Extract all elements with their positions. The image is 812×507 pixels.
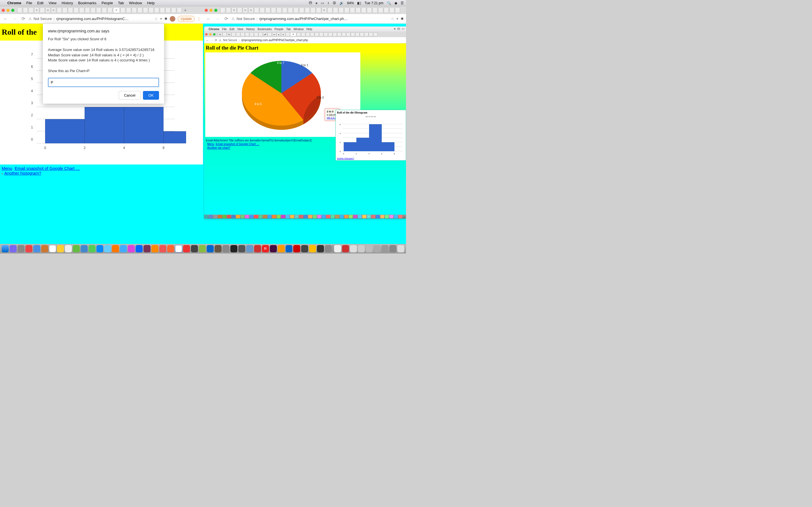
back-button[interactable]: ← — [205, 16, 212, 21]
dock-app-icon[interactable] — [246, 245, 253, 252]
dock-app-icon[interactable] — [17, 245, 24, 252]
dock-app-icon[interactable] — [112, 245, 119, 252]
dock-app-icon[interactable] — [317, 245, 324, 252]
dock-app-icon[interactable] — [26, 245, 33, 252]
dock-app-icon[interactable] — [222, 245, 230, 252]
dock-app-icon[interactable] — [309, 245, 316, 252]
tab[interactable] — [254, 7, 259, 13]
dock-app-icon[interactable] — [96, 245, 103, 252]
tab[interactable] — [316, 7, 321, 13]
dock-app-icon[interactable] — [10, 245, 17, 252]
tab[interactable] — [310, 7, 315, 13]
tab[interactable] — [356, 7, 361, 13]
histogram-bar[interactable] — [124, 107, 163, 144]
tab[interactable] — [294, 7, 299, 13]
tab[interactable] — [327, 7, 333, 13]
tab[interactable]: G — [322, 7, 327, 13]
tab[interactable] — [107, 7, 112, 13]
dock-app-icon[interactable] — [238, 245, 245, 252]
tab[interactable] — [220, 7, 225, 13]
terminal-icon[interactable] — [231, 245, 238, 252]
back-button[interactable]: ← — [2, 16, 9, 21]
settings-icon[interactable] — [325, 245, 332, 252]
tab[interactable] — [79, 7, 84, 13]
tab[interactable]: G — [45, 7, 50, 13]
dock-stack-icon[interactable] — [373, 245, 380, 252]
dock-app-icon[interactable] — [151, 245, 158, 252]
siri-icon[interactable]: ◉ — [395, 1, 397, 5]
tab[interactable] — [143, 7, 148, 13]
dock-stack-icon[interactable] — [366, 245, 373, 252]
url-field[interactable]: ⚠ Not Secure | rjmprogramming.com.au/PHP… — [29, 17, 152, 21]
menu-edit[interactable]: Edit — [37, 1, 43, 5]
tab[interactable] — [96, 7, 101, 13]
dock-app-icon[interactable] — [214, 245, 221, 252]
appstore-icon[interactable] — [136, 245, 143, 252]
tab[interactable] — [282, 7, 287, 13]
dock-stack-icon[interactable] — [342, 245, 349, 252]
prompt-input[interactable] — [48, 78, 159, 87]
forward-button[interactable]: → — [11, 16, 18, 21]
tab[interactable] — [154, 7, 159, 13]
screen-icon[interactable]: ▭ — [321, 1, 324, 5]
dock-app-icon[interactable] — [301, 245, 308, 252]
zoom-window-icon[interactable] — [11, 9, 14, 12]
tab[interactable] — [339, 7, 344, 13]
tab[interactable] — [271, 7, 276, 13]
opera-icon[interactable] — [183, 245, 190, 252]
dock-app-icon[interactable] — [120, 245, 127, 252]
menu-dots-icon[interactable]: ⋮ — [197, 17, 201, 21]
menu-window[interactable]: Window — [129, 1, 142, 5]
tab[interactable] — [120, 7, 125, 13]
firefox-icon[interactable] — [167, 245, 174, 252]
status-icon[interactable]: ⓜ — [309, 1, 312, 5]
app-name[interactable]: Chrome — [7, 1, 21, 5]
tab[interactable] — [344, 7, 349, 13]
bookmark-star-icon[interactable]: ☆ — [391, 17, 394, 21]
dock-app-icon[interactable] — [41, 245, 48, 252]
tab[interactable] — [226, 7, 231, 13]
tab[interactable] — [132, 7, 137, 13]
tab[interactable] — [68, 7, 73, 13]
tab[interactable] — [378, 7, 383, 13]
xd-icon[interactable] — [270, 245, 277, 252]
reload-button[interactable]: ⟳ — [223, 16, 229, 21]
email-snapshot-link[interactable]: Email snapshot of Google Chart … — [15, 166, 80, 171]
calendar-icon[interactable] — [49, 245, 56, 252]
wifi-icon[interactable]: ⦿ — [333, 1, 336, 5]
dock-stack-icon[interactable] — [334, 245, 341, 252]
tab[interactable]: S — [34, 7, 39, 13]
extension-icon[interactable]: ✱ — [401, 17, 404, 21]
bluetooth-icon[interactable]: ᚼ — [327, 1, 329, 5]
another-pie-link[interactable]: Another pie chart? — [207, 146, 231, 149]
menu-help[interactable]: Help — [147, 1, 155, 5]
extension-icon[interactable]: ✱ — [164, 17, 167, 21]
tab[interactable] — [165, 7, 170, 13]
dock-stack-icon[interactable] — [389, 245, 396, 252]
tab[interactable]: G — [51, 7, 56, 13]
reload-button[interactable]: ⟳ — [20, 16, 26, 21]
photoshop-icon[interactable] — [207, 245, 214, 252]
tab[interactable] — [389, 7, 395, 13]
url-field[interactable]: ⚠ Not Secure | rjmprogramming.com.au/PHP… — [232, 17, 389, 21]
dock-app-icon[interactable] — [57, 245, 64, 252]
tab[interactable] — [350, 7, 355, 13]
another-histogram-link[interactable]: Another histogram? — [4, 171, 41, 175]
tab[interactable] — [73, 7, 79, 13]
menu-bookmarks[interactable]: Bookmarks — [78, 1, 96, 5]
extension-icon[interactable]: ▾ — [160, 17, 162, 21]
volume-icon[interactable]: 🔊 — [340, 1, 344, 5]
tab[interactable] — [299, 7, 304, 13]
menu-view[interactable]: View — [49, 1, 56, 5]
tab[interactable] — [372, 7, 377, 13]
tab[interactable] — [160, 7, 165, 13]
extension-icon[interactable]: ▾ — [396, 17, 398, 21]
status-icon[interactable]: ⎈ — [315, 1, 317, 5]
dropdown-arrow-icon[interactable]: ▸ — [2, 172, 3, 175]
menu-people[interactable]: People — [101, 1, 113, 5]
filezilla-icon[interactable] — [293, 245, 300, 252]
tab[interactable] — [126, 7, 131, 13]
tab[interactable] — [395, 7, 400, 13]
tab[interactable] — [384, 7, 389, 13]
dock-app-icon[interactable] — [144, 245, 151, 252]
